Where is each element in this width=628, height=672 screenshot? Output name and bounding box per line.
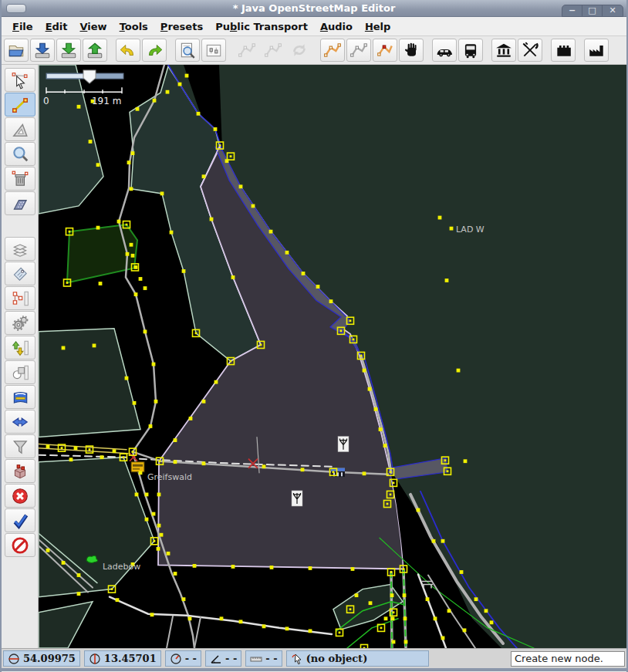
node[interactable] <box>116 598 120 602</box>
node[interactable] <box>220 616 224 620</box>
node[interactable] <box>174 460 177 464</box>
node[interactable] <box>390 593 394 597</box>
node[interactable] <box>113 449 116 453</box>
node[interactable] <box>152 363 156 366</box>
update-data-button[interactable] <box>56 39 81 62</box>
open-file-button[interactable] <box>4 39 29 62</box>
node[interactable] <box>174 572 177 576</box>
node[interactable] <box>178 83 182 86</box>
menu-view[interactable]: View <box>74 19 113 34</box>
node[interactable] <box>379 427 383 431</box>
node[interactable] <box>174 438 177 442</box>
node[interactable] <box>210 218 214 221</box>
node[interactable] <box>193 564 197 568</box>
redo-button[interactable] <box>142 39 167 62</box>
undo-button[interactable] <box>116 39 140 62</box>
node[interactable] <box>285 251 289 255</box>
node[interactable] <box>134 292 138 296</box>
node[interactable] <box>152 512 156 516</box>
node[interactable] <box>239 184 243 188</box>
panel-relations-button[interactable] <box>5 286 35 310</box>
node[interactable] <box>447 609 451 613</box>
node[interactable] <box>214 380 218 384</box>
node[interactable] <box>368 387 372 391</box>
node[interactable] <box>77 573 81 577</box>
node[interactable] <box>404 640 408 644</box>
join-node-to-way-button[interactable] <box>320 39 345 62</box>
map-canvas[interactable]: LAD WGreifswaldLadebow0191 m <box>39 65 626 648</box>
split-way-button[interactable] <box>373 39 397 62</box>
node[interactable] <box>167 552 171 555</box>
node[interactable] <box>351 567 355 571</box>
hand-tool-button[interactable] <box>399 39 424 62</box>
node[interactable] <box>77 592 81 596</box>
node[interactable] <box>309 629 312 633</box>
download-data-button[interactable] <box>30 39 55 62</box>
node[interactable] <box>417 508 420 512</box>
node[interactable] <box>262 624 266 628</box>
node[interactable] <box>490 620 494 624</box>
node[interactable] <box>131 151 135 155</box>
node[interactable] <box>384 616 388 620</box>
node[interactable] <box>46 444 50 448</box>
node[interactable] <box>160 191 164 195</box>
node[interactable] <box>160 533 164 537</box>
node[interactable] <box>434 616 437 620</box>
node[interactable] <box>316 285 320 289</box>
node[interactable] <box>170 231 174 235</box>
preset-restaurant-button[interactable] <box>518 39 542 62</box>
zoom-tool-button[interactable] <box>5 142 35 166</box>
node[interactable] <box>355 593 359 597</box>
hint-field[interactable] <box>511 651 625 667</box>
node[interactable] <box>202 174 206 178</box>
node[interactable] <box>62 346 66 350</box>
node[interactable] <box>139 277 143 281</box>
node[interactable] <box>131 254 135 258</box>
node[interactable] <box>96 226 100 230</box>
node[interactable] <box>154 400 158 404</box>
menu-presets[interactable]: Presets <box>154 19 209 34</box>
node[interactable] <box>426 597 430 601</box>
node[interactable] <box>441 539 445 543</box>
node[interactable] <box>403 593 407 597</box>
node[interactable] <box>69 458 73 461</box>
menu-edit[interactable]: Edit <box>39 19 74 34</box>
node[interactable] <box>130 187 133 191</box>
node[interactable] <box>285 626 289 630</box>
node[interactable] <box>231 565 235 569</box>
power-tower-icon[interactable] <box>338 437 349 452</box>
node[interactable] <box>432 539 436 543</box>
node[interactable] <box>126 252 130 256</box>
node[interactable] <box>133 401 137 405</box>
node[interactable] <box>464 459 468 463</box>
node[interactable] <box>445 279 449 282</box>
panel-changeset-button[interactable] <box>5 336 35 360</box>
node[interactable] <box>185 74 189 78</box>
node[interactable] <box>329 299 333 303</box>
node[interactable] <box>127 160 131 164</box>
node[interactable] <box>182 269 186 273</box>
node[interactable] <box>457 369 461 373</box>
node[interactable] <box>270 566 274 569</box>
panel-authors-button[interactable] <box>5 385 35 409</box>
node[interactable] <box>143 286 147 290</box>
node[interactable] <box>302 272 306 275</box>
panel-notes-button[interactable] <box>5 410 35 434</box>
node[interactable] <box>157 547 160 551</box>
menu-help[interactable]: Help <box>359 19 397 34</box>
delete-tool-button[interactable] <box>5 167 35 191</box>
node[interactable] <box>153 99 157 103</box>
node[interactable] <box>166 90 170 94</box>
node[interactable] <box>157 524 161 528</box>
node[interactable] <box>145 493 149 497</box>
power-tower-icon[interactable] <box>292 491 302 506</box>
node[interactable] <box>202 400 206 404</box>
draw-tool-button[interactable] <box>5 93 35 117</box>
node[interactable] <box>460 570 464 574</box>
node[interactable] <box>93 344 96 348</box>
node[interactable] <box>136 107 140 111</box>
node[interactable] <box>100 455 104 459</box>
preset-car-button[interactable] <box>432 39 457 62</box>
node[interactable] <box>231 275 235 279</box>
panel-selection-button[interactable] <box>5 360 35 384</box>
